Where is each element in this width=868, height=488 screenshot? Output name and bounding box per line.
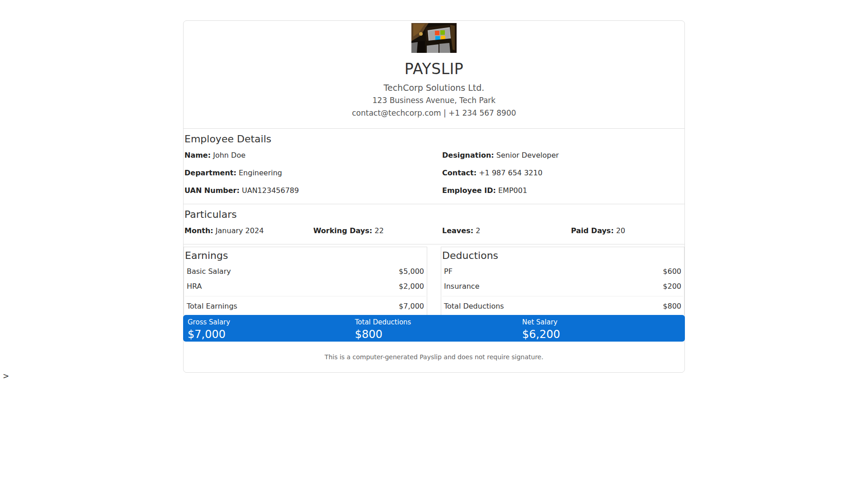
deductions-heading: Deductions [442, 249, 683, 264]
company-address: 123 Business Avenue, Tech Park [184, 94, 684, 107]
field-contact: Contact: +1 987 654 3210 [442, 164, 684, 182]
field-uan-number: UAN Number: UAN123456789 [184, 182, 442, 199]
earnings-heading: Earnings [185, 249, 426, 264]
particulars-section: Particulars Month: January 2024 Working … [184, 204, 684, 244]
field-month: Month: January 2024 [184, 222, 313, 239]
field-leaves: Leaves: 2 [442, 222, 571, 239]
deductions-row-insurance: Insurance $200 [442, 279, 683, 294]
page-title: PAYSLIP [184, 60, 684, 78]
company-name: TechCorp Solutions Ltd. [184, 81, 684, 94]
footer-note: This is a computer-generated Payslip and… [184, 342, 684, 372]
deductions-row-pf: PF $600 [442, 264, 683, 279]
particulars-grid: Month: January 2024 Working Days: 22 Lea… [184, 222, 684, 239]
summary-gross-salary: Gross Salary $7,000 [183, 315, 350, 342]
employee-details-section: Employee Details Name: John Doe Designat… [184, 129, 684, 204]
storefront-photo-icon [411, 23, 457, 53]
employee-details-grid: Name: John Doe Designation: Senior Devel… [184, 146, 684, 199]
earnings-deductions-row: Earnings Basic Salary $5,000 HRA $2,000 … [184, 247, 684, 315]
field-name: Name: John Doe [184, 146, 442, 164]
deductions-table: Deductions PF $600 Insurance $200 Total … [441, 247, 684, 315]
company-contact: contact@techcorp.com | +1 234 567 8900 [184, 107, 684, 119]
earnings-total-row: Total Earnings $7,000 [185, 296, 426, 315]
prompt-character: > [3, 371, 9, 380]
earnings-table: Earnings Basic Salary $5,000 HRA $2,000 … [184, 247, 427, 315]
summary-total-deductions: Total Deductions $800 [350, 315, 518, 342]
field-department: Department: Engineering [184, 164, 442, 182]
deductions-total-row: Total Deductions $800 [442, 296, 683, 315]
payslip-header: PAYSLIP TechCorp Solutions Ltd. 123 Busi… [184, 21, 684, 129]
earnings-row-basic-salary: Basic Salary $5,000 [185, 264, 426, 279]
ms-square-green [440, 30, 445, 35]
field-employee-id: Employee ID: EMP001 [442, 182, 684, 199]
salary-summary-bar: Gross Salary $7,000 Total Deductions $80… [183, 315, 685, 342]
payslip-card: PAYSLIP TechCorp Solutions Ltd. 123 Busi… [183, 20, 685, 373]
summary-net-salary: Net Salary $6,200 [518, 315, 685, 342]
field-paid-days: Paid Days: 20 [571, 222, 684, 239]
particulars-heading: Particulars [184, 208, 684, 222]
field-working-days: Working Days: 22 [313, 222, 442, 239]
employee-details-heading: Employee Details [184, 132, 684, 146]
company-logo-image [411, 23, 457, 53]
earnings-row-hra: HRA $2,000 [185, 279, 426, 294]
field-designation: Designation: Senior Developer [442, 146, 684, 164]
ms-square-red [435, 31, 439, 35]
